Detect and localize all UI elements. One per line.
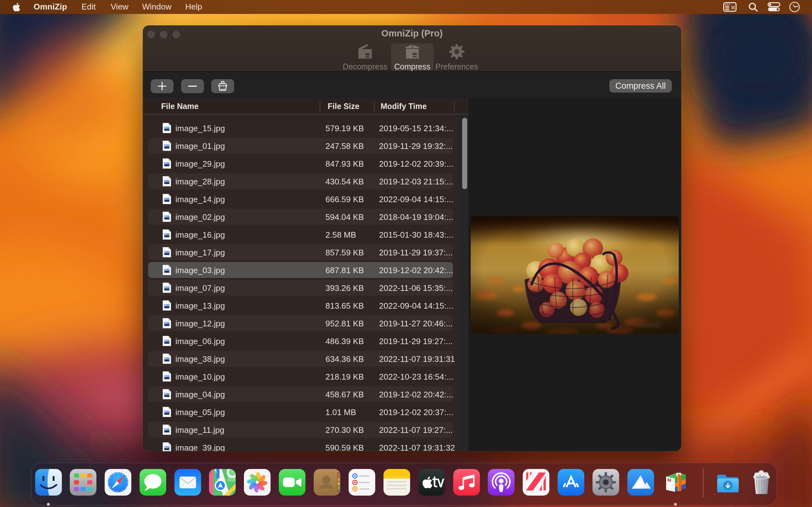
- svg-text:⌘: ⌘: [731, 5, 735, 10]
